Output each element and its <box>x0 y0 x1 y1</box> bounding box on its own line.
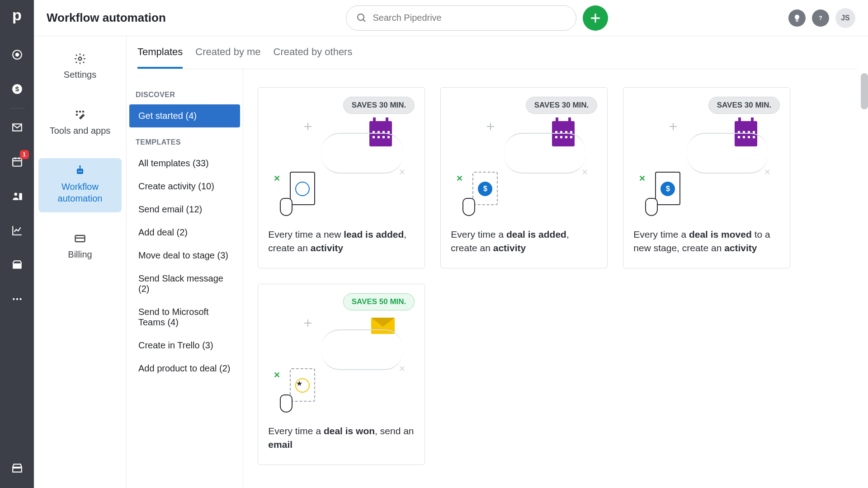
template-card[interactable]: SAVES 30 MIN. ✕✕ $ Every time a deal is … <box>623 87 790 268</box>
card-description: Every time a deal is moved to a new stag… <box>623 219 790 268</box>
sidebar-item-workflow[interactable]: Workflow automation <box>38 158 122 212</box>
scrollbar-thumb[interactable] <box>861 73 868 109</box>
question-icon: ? <box>816 14 825 23</box>
svg-point-7 <box>13 298 14 300</box>
tab-created-by-me[interactable]: Created by me <box>195 46 260 69</box>
time-saved-badge: SAVES 30 MIN. <box>526 97 598 114</box>
contacts-icon <box>11 190 23 202</box>
dots-icon <box>11 293 23 305</box>
rail-separator <box>9 108 25 108</box>
nav-deals[interactable]: $ <box>9 81 25 97</box>
settings-sidebar: Settings Tools and apps Workflow automat… <box>34 36 127 488</box>
template-categories: DISCOVER Get started (4) TEMPLATES All t… <box>127 69 243 488</box>
sidebar-item-label: Settings <box>64 69 96 80</box>
card-illustration: SAVES 50 MIN. ✕✕ ★ <box>258 284 425 415</box>
tips-button[interactable] <box>788 9 806 27</box>
cat-create-activity[interactable]: Create activity (10) <box>129 175 240 198</box>
deal-icon: $ <box>466 172 502 217</box>
card-description: Every time a deal is won, send an email <box>258 415 425 465</box>
template-card[interactable]: SAVES 30 MIN. ✕✕ Every time a new lead i… <box>258 87 425 268</box>
template-cards: SAVES 30 MIN. ✕✕ Every time a new lead i… <box>243 69 868 488</box>
template-tabs: Templates Created by me Created by other… <box>127 36 868 69</box>
store-icon <box>11 462 23 474</box>
svg-point-1 <box>15 53 19 57</box>
dollar-icon: $ <box>11 83 23 95</box>
card-description: Every time a new lead is added, create a… <box>258 219 425 268</box>
cat-send-slack[interactable]: Send Slack message (2) <box>129 267 240 300</box>
search-input[interactable] <box>373 13 566 23</box>
svg-rect-18 <box>77 169 83 174</box>
trophy-icon: ★ <box>283 368 320 413</box>
global-search[interactable] <box>346 5 576 31</box>
nav-marketplace[interactable] <box>9 460 25 476</box>
target-icon <box>11 49 23 61</box>
cat-create-trello[interactable]: Create in Trello (3) <box>129 334 240 357</box>
cat-add-deal[interactable]: Add deal (2) <box>129 221 240 244</box>
brand-logo: p <box>12 6 22 24</box>
nav-more[interactable] <box>9 291 25 307</box>
cat-send-email[interactable]: Send email (12) <box>129 198 240 221</box>
deal-move-icon: $ <box>649 172 685 217</box>
sidebar-item-tools[interactable]: Tools and apps <box>38 102 122 145</box>
user-avatar[interactable]: JS <box>835 8 855 28</box>
nav-products[interactable] <box>9 257 25 273</box>
sidebar-item-label: Billing <box>68 249 92 260</box>
search-icon <box>356 13 367 23</box>
time-saved-badge: SAVES 30 MIN. <box>343 97 415 114</box>
svg-point-5 <box>14 192 17 196</box>
sidebar-item-label: Tools and apps <box>50 125 111 136</box>
svg-point-21 <box>79 165 81 167</box>
box-icon <box>11 259 23 271</box>
gear-icon <box>74 52 86 65</box>
sidebar-item-label: Workflow automation <box>41 181 119 204</box>
nav-insights[interactable] <box>9 222 25 239</box>
tools-icon <box>74 108 86 121</box>
time-saved-badge: SAVES 30 MIN. <box>708 97 780 114</box>
activities-badge: 1 <box>20 150 29 159</box>
svg-point-9 <box>19 298 21 300</box>
category-header-discover: DISCOVER <box>127 80 243 104</box>
svg-point-16 <box>82 111 85 113</box>
card-illustration: SAVES 30 MIN. ✕✕ $ <box>441 88 607 219</box>
nav-leads[interactable] <box>9 47 25 63</box>
cat-get-started[interactable]: Get started (4) <box>129 104 240 127</box>
svg-point-13 <box>79 57 82 61</box>
svg-point-8 <box>16 298 18 300</box>
app-header: Workflow automation ? JS <box>34 0 868 36</box>
page-title: Workflow automation <box>47 11 166 25</box>
cat-all-templates[interactable]: All templates (33) <box>129 152 240 175</box>
card-description: Every time a deal is added, create an ac… <box>441 219 607 268</box>
svg-point-19 <box>78 171 80 172</box>
template-card[interactable]: SAVES 30 MIN. ✕✕ $ Every time a deal is … <box>440 87 608 268</box>
nav-mail[interactable] <box>9 119 25 136</box>
svg-text:$: $ <box>15 85 19 93</box>
nav-contacts[interactable] <box>9 188 25 204</box>
sidebar-item-settings[interactable]: Settings <box>38 46 122 89</box>
content-area: Templates Created by me Created by other… <box>127 36 868 488</box>
card-illustration: SAVES 30 MIN. ✕✕ <box>258 88 425 219</box>
nav-rail: p $ 1 <box>0 0 34 488</box>
svg-point-15 <box>79 111 81 113</box>
time-saved-badge: SAVES 50 MIN. <box>343 293 415 310</box>
category-header-templates: TEMPLATES <box>127 127 243 152</box>
quick-add-button[interactable] <box>583 5 608 31</box>
mail-icon <box>11 122 23 133</box>
plus-icon <box>590 12 601 24</box>
robot-icon <box>74 164 86 177</box>
svg-point-10 <box>358 14 364 20</box>
sidebar-item-billing[interactable]: Billing <box>38 226 122 268</box>
svg-rect-6 <box>19 193 22 200</box>
cat-send-teams[interactable]: Send to Microsoft Teams (4) <box>129 300 240 334</box>
svg-rect-4 <box>13 158 22 166</box>
cat-move-deal[interactable]: Move deal to stage (3) <box>129 244 240 267</box>
tab-created-by-others[interactable]: Created by others <box>274 46 353 69</box>
card-icon <box>74 232 86 245</box>
document-icon <box>283 172 320 217</box>
tab-templates[interactable]: Templates <box>137 46 183 69</box>
cat-add-product[interactable]: Add product to deal (2) <box>129 357 240 380</box>
nav-activities[interactable]: 1 <box>9 154 25 170</box>
template-card[interactable]: SAVES 50 MIN. ✕✕ ★ Every time a deal is … <box>258 284 425 465</box>
help-button[interactable]: ? <box>812 9 829 27</box>
chart-icon <box>11 225 23 236</box>
bulb-icon <box>793 14 802 23</box>
